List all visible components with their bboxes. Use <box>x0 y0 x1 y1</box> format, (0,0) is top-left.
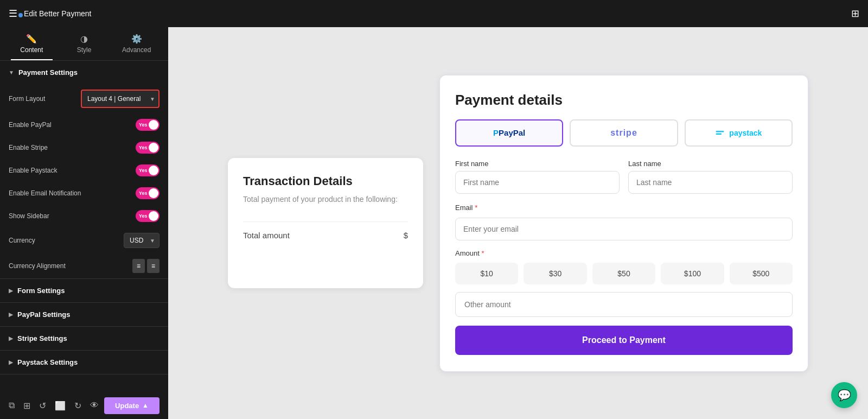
last-name-input[interactable] <box>628 171 793 194</box>
first-name-label: First name <box>455 160 620 168</box>
sidebar-tabs: ✏️ Content ◑ Style ⚙️ Advanced <box>0 27 168 61</box>
update-button[interactable]: Update ▲ <box>104 397 159 414</box>
gear-icon: ⚙️ <box>131 34 142 44</box>
form-layout-select[interactable]: Layout 4 | General <box>81 90 159 108</box>
circle-half-icon: ◑ <box>80 34 88 44</box>
eye-icon[interactable]: 👁 <box>90 401 99 410</box>
tab-advanced-label: Advanced <box>122 46 151 54</box>
form-settings-section: ▶ Form Settings <box>0 279 168 303</box>
arrow-right-icon-4: ▶ <box>9 359 13 365</box>
email-label: Email * <box>455 204 477 212</box>
show-sidebar-toggle[interactable]: Yes <box>136 210 159 222</box>
enable-paystack-toggle[interactable]: Yes <box>136 164 159 176</box>
paystack-settings-header[interactable]: ▶ Paystack Settings <box>0 351 168 374</box>
responsive-icon[interactable]: ⬜ <box>55 401 66 411</box>
paypal-button[interactable]: PPayPal <box>455 119 563 147</box>
name-row: First name Last name <box>455 160 793 194</box>
form-settings-header[interactable]: ▶ Form Settings <box>0 279 168 302</box>
top-bar-left: ☰ Edit Better Payment <box>9 8 92 20</box>
provider-buttons: PPayPal stripe paystack <box>455 119 793 147</box>
tab-content[interactable]: ✏️ Content <box>5 27 58 60</box>
hamburger-icon[interactable]: ☰ <box>9 8 17 19</box>
arrow-right-icon-2: ▶ <box>9 312 13 318</box>
enable-email-label: Enable Email Notification <box>9 189 81 197</box>
currency-alignment-row: Currency Alignment ≡ ≡ <box>0 253 168 278</box>
amount-10-button[interactable]: $10 <box>455 263 518 284</box>
email-required-star: * <box>475 204 477 212</box>
amount-buttons: $10 $30 $50 $100 $500 <box>455 263 793 284</box>
last-name-label: Last name <box>628 160 793 168</box>
chevron-up-icon: ▲ <box>142 402 149 409</box>
transaction-amount-row: Total amount $ <box>243 221 408 240</box>
pencil-icon: ✏️ <box>26 34 37 44</box>
paystack-button[interactable]: paystack <box>685 119 793 147</box>
total-amount-label: Total amount <box>243 231 290 240</box>
stripe-settings-section: ▶ Stripe Settings <box>0 327 168 351</box>
payment-settings-section: ▼ Payment Settings Form Layout Layout 4 … <box>0 61 168 279</box>
enable-paypal-row: Enable PayPal Yes <box>0 113 168 136</box>
amount-50-button[interactable]: $50 <box>592 263 655 284</box>
stripe-logo: stripe <box>610 128 637 138</box>
currency-label: Currency <box>9 237 35 244</box>
amount-30-button[interactable]: $30 <box>524 263 586 284</box>
email-input[interactable] <box>455 218 793 240</box>
page-title: Edit Better Payment <box>24 9 92 18</box>
align-right-button[interactable]: ≡ <box>147 259 159 273</box>
total-amount-value: $ <box>404 231 408 240</box>
stripe-settings-header[interactable]: ▶ Stripe Settings <box>0 327 168 350</box>
show-sidebar-row: Show Sidebar Yes <box>0 205 168 227</box>
first-name-input[interactable] <box>455 171 620 194</box>
amount-500-button[interactable]: $500 <box>730 263 793 284</box>
payment-title: Payment details <box>455 92 793 109</box>
toggle-yes-label-4: Yes <box>139 191 148 196</box>
chat-icon: 💬 <box>838 389 851 402</box>
top-bar: ☰ Edit Better Payment ⊞ <box>0 0 868 27</box>
currency-alignment-label: Currency Alignment <box>9 262 66 270</box>
svg-rect-0 <box>716 131 724 132</box>
content-area: Transaction Details Total payment of you… <box>168 27 868 419</box>
first-name-group: First name <box>455 160 620 194</box>
toggle-yes-label-2: Yes <box>139 145 148 150</box>
enable-paystack-row: Enable Paystack Yes <box>0 159 168 182</box>
arrow-right-icon-3: ▶ <box>9 335 13 341</box>
payment-card: Payment details PPayPal stripe <box>439 75 808 372</box>
toolbar-icons: ⧉ ⊞ ↺ ⬜ ↻ 👁 <box>9 401 99 411</box>
stripe-button[interactable]: stripe <box>570 119 678 147</box>
chat-bubble-button[interactable]: 💬 <box>831 382 857 408</box>
main-layout: ✏️ Content ◑ Style ⚙️ Advanced ▼ Payment… <box>0 27 868 419</box>
align-left-button[interactable]: ≡ <box>132 259 145 273</box>
paypal-settings-header[interactable]: ▶ PayPal Settings <box>0 303 168 326</box>
paystack-settings-label: Paystack Settings <box>17 358 78 366</box>
amount-label: Amount * <box>455 249 793 257</box>
currency-select[interactable]: USD <box>124 233 159 248</box>
tab-advanced[interactable]: ⚙️ Advanced <box>110 27 163 60</box>
tab-style[interactable]: ◑ Style <box>58 27 111 60</box>
currency-select-wrapper: USD <box>124 233 159 248</box>
update-label: Update <box>115 402 139 410</box>
tab-content-label: Content <box>20 46 43 54</box>
enable-email-toggle[interactable]: Yes <box>136 187 159 199</box>
stripe-settings-label: Stripe Settings <box>17 334 67 342</box>
stack-icon[interactable]: ⊞ <box>23 401 30 411</box>
paystack-logo: paystack <box>715 128 762 138</box>
form-layout-row: Form Layout Layout 4 | General <box>0 84 168 113</box>
paypal-settings-label: PayPal Settings <box>17 310 71 319</box>
arrow-right-icon: ▶ <box>9 288 13 294</box>
enable-stripe-row: Enable Stripe Yes <box>0 136 168 159</box>
other-amount-input[interactable] <box>455 292 793 317</box>
form-settings-label: Form Settings <box>17 287 65 295</box>
payment-settings-header[interactable]: ▼ Payment Settings <box>0 61 168 84</box>
amount-100-button[interactable]: $100 <box>661 263 724 284</box>
sidebar: ✏️ Content ◑ Style ⚙️ Advanced ▼ Payment… <box>0 27 168 419</box>
arrow-down-icon: ▼ <box>9 69 14 75</box>
proceed-button[interactable]: Proceed to Payment <box>455 326 793 355</box>
payment-settings-label: Payment Settings <box>18 68 78 77</box>
layers-icon[interactable]: ⧉ <box>9 401 15 410</box>
last-name-group: Last name <box>628 160 793 194</box>
transaction-subtitle: Total payment of your product in the fol… <box>243 194 408 205</box>
history-icon[interactable]: ↺ <box>39 401 46 411</box>
enable-stripe-toggle[interactable]: Yes <box>136 142 159 154</box>
loop-icon[interactable]: ↻ <box>74 401 81 411</box>
grid-icon[interactable]: ⊞ <box>851 8 859 20</box>
enable-paypal-toggle[interactable]: Yes <box>136 119 159 131</box>
